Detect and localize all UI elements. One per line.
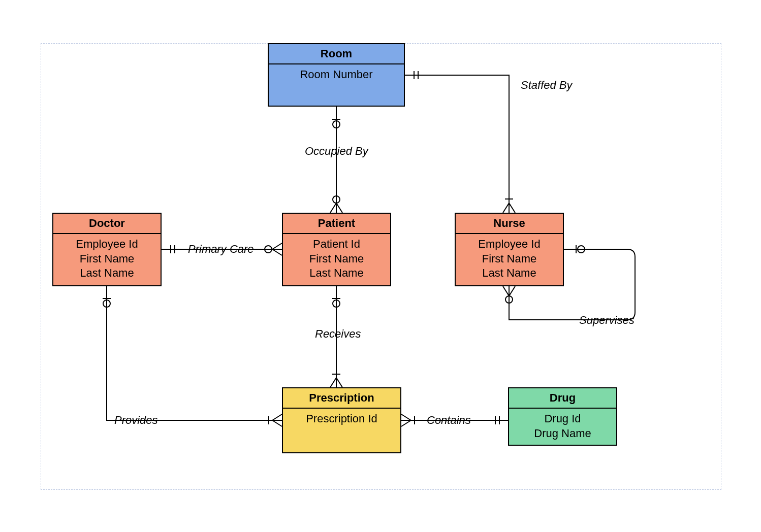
label-provides: Provides: [114, 414, 158, 427]
label-staffed-by: Staffed By: [521, 79, 573, 92]
entity-nurse-title: Nurse: [456, 214, 563, 234]
entity-doctor[interactable]: Doctor Employee Id First Name Last Name: [52, 213, 162, 286]
label-supervises: Supervises: [579, 314, 635, 327]
entity-doctor-attrs: Employee Id First Name Last Name: [53, 234, 161, 285]
entity-drug-title: Drug: [509, 388, 616, 409]
entity-prescription[interactable]: Prescription Prescription Id: [282, 387, 401, 453]
entity-drug[interactable]: Drug Drug Id Drug Name: [508, 387, 617, 446]
entity-prescription-title: Prescription: [283, 388, 400, 409]
entity-patient-attrs: Patient Id First Name Last Name: [283, 234, 390, 285]
entity-drug-attrs: Drug Id Drug Name: [509, 409, 616, 445]
entity-nurse[interactable]: Nurse Employee Id First Name Last Name: [455, 213, 564, 286]
entity-patient-title: Patient: [283, 214, 390, 234]
entity-doctor-title: Doctor: [53, 214, 161, 234]
entity-prescription-attrs: Prescription Id: [283, 409, 400, 452]
label-contains: Contains: [427, 414, 471, 427]
label-primary-care: Primary Care: [188, 243, 254, 256]
entity-room-title: Room: [269, 44, 404, 64]
entity-room[interactable]: Room Room Number: [268, 43, 405, 107]
entity-patient[interactable]: Patient Patient Id First Name Last Name: [282, 213, 391, 286]
label-occupied-by: Occupied By: [305, 145, 368, 158]
entity-nurse-attrs: Employee Id First Name Last Name: [456, 234, 563, 285]
entity-room-attrs: Room Number: [269, 64, 404, 106]
label-receives: Receives: [315, 327, 361, 341]
